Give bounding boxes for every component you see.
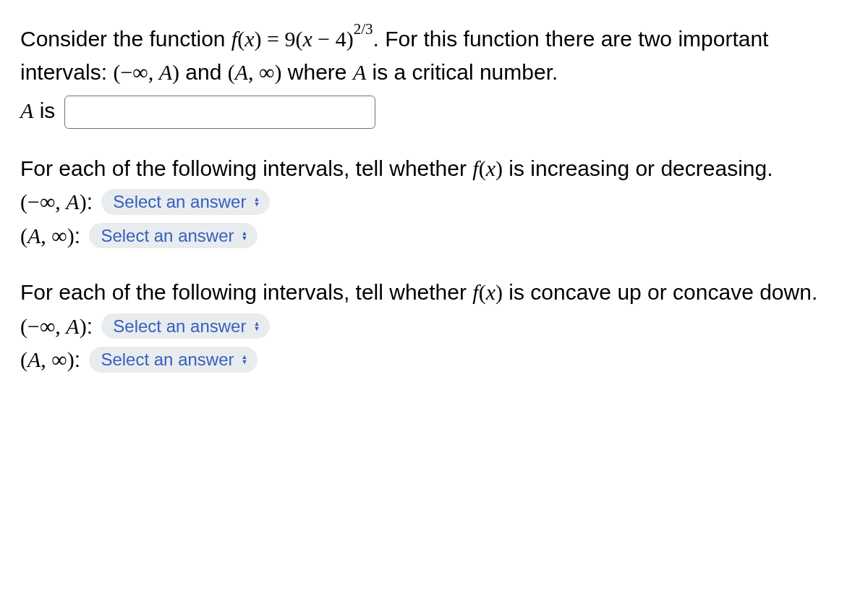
rparen: ) — [495, 156, 503, 180]
updown-icon: ▲▼ — [253, 321, 260, 331]
int1-rparen: ) — [172, 60, 179, 84]
inf: ∞ — [51, 224, 67, 248]
lparen: ( — [237, 27, 244, 51]
rparen: ) — [80, 190, 87, 214]
inf: ∞ — [259, 60, 274, 84]
A: A — [159, 60, 172, 84]
A: A — [235, 60, 248, 84]
lparen2: ( — [295, 27, 302, 51]
four: 4 — [336, 27, 346, 51]
text: where — [281, 60, 352, 84]
equals: = — [262, 27, 285, 51]
nine: 9 — [284, 27, 295, 51]
rparen: ) — [255, 27, 262, 51]
concavity-row-2: (A, ∞): Select an answer▲▼ — [20, 343, 848, 377]
text: For each of the following intervals, tel… — [20, 156, 472, 180]
A: A — [27, 224, 41, 248]
rparen: ) — [80, 314, 87, 338]
monotone-prompt: For each of the following intervals, tel… — [20, 152, 848, 186]
comma: , — [41, 347, 51, 371]
exponent: 2/3 — [354, 20, 373, 38]
text: Consider the function — [20, 27, 231, 51]
lparen: ( — [20, 314, 27, 338]
inf: ∞ — [51, 347, 67, 371]
monotone-section: For each of the following intervals, tel… — [20, 152, 848, 253]
updown-icon: ▲▼ — [253, 197, 260, 207]
math-f: f — [472, 156, 478, 180]
lparen: ( — [20, 347, 27, 371]
minus: − — [312, 27, 336, 51]
updown-icon: ▲▼ — [242, 231, 248, 241]
colon: : — [87, 314, 99, 338]
concavity-prompt: For each of the following intervals, tel… — [20, 276, 848, 310]
math-f: f — [472, 280, 478, 304]
lparen: ( — [479, 156, 486, 180]
math-x: x — [486, 280, 495, 304]
text: is a critical number. — [366, 60, 558, 84]
monotone-select-2[interactable]: Select an answer▲▼ — [89, 223, 258, 249]
rparen: ) — [67, 224, 75, 248]
A: A — [66, 190, 79, 214]
math-x: x — [244, 27, 254, 51]
rparen: ) — [67, 347, 75, 371]
intro-paragraph: Consider the function f(x) = 9(x − 4)2/3… — [20, 17, 848, 129]
select-label: Select an answer — [113, 190, 246, 214]
math-x: x — [486, 156, 495, 180]
comma: , — [55, 314, 66, 338]
monotone-select-1[interactable]: Select an answer▲▼ — [101, 189, 270, 215]
colon: : — [75, 347, 87, 371]
comma: , — [41, 224, 51, 248]
updown-icon: ▲▼ — [242, 355, 248, 365]
a-value-input[interactable] — [64, 96, 375, 129]
int1-lparen: ( — [113, 60, 120, 84]
concavity-select-2[interactable]: Select an answer▲▼ — [89, 347, 258, 373]
math-f: f — [231, 27, 237, 51]
lparen: ( — [20, 224, 27, 248]
text: and — [179, 60, 228, 84]
monotone-row-2: (A, ∞): Select an answer▲▼ — [20, 219, 848, 253]
select-label: Select an answer — [101, 347, 234, 372]
int2-lparen: ( — [228, 60, 235, 84]
A: A — [353, 60, 366, 84]
lparen: ( — [479, 280, 486, 304]
concavity-section: For each of the following intervals, tel… — [20, 276, 848, 377]
colon: : — [87, 190, 99, 214]
comma: , — [148, 60, 159, 84]
comma: , — [248, 60, 259, 84]
text: is concave up or concave down. — [503, 280, 817, 304]
select-label: Select an answer — [101, 224, 234, 248]
neg-inf: −∞ — [27, 314, 55, 338]
concavity-select-1[interactable]: Select an answer▲▼ — [101, 313, 270, 339]
A: A — [27, 347, 41, 371]
colon: : — [75, 224, 87, 248]
rparen2: ) — [346, 27, 354, 51]
neg-inf: −∞ — [27, 190, 55, 214]
int2-rparen: ) — [274, 60, 281, 84]
select-label: Select an answer — [113, 314, 246, 339]
monotone-row-1: (−∞, A): Select an answer▲▼ — [20, 185, 848, 219]
text: For each of the following intervals, tel… — [20, 280, 472, 304]
A-label: A — [20, 98, 33, 122]
neg-inf: −∞ — [120, 60, 148, 84]
lparen: ( — [20, 190, 27, 214]
concavity-row-1: (−∞, A): Select an answer▲▼ — [20, 310, 848, 344]
rparen: ) — [495, 280, 503, 304]
math-x2: x — [302, 27, 312, 51]
is-text: is — [33, 98, 61, 122]
text: is increasing or decreasing. — [503, 156, 773, 180]
comma: , — [55, 190, 66, 214]
A: A — [66, 314, 79, 338]
